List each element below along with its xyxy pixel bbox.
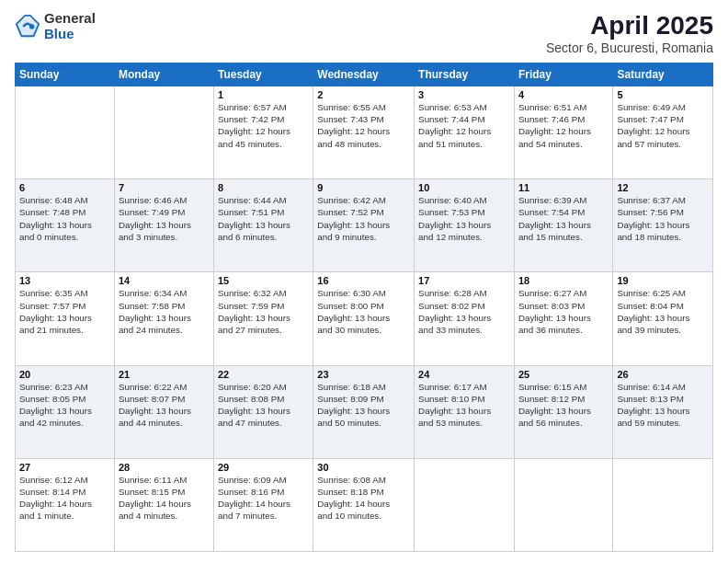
table-row: 3Sunrise: 6:53 AM Sunset: 7:44 PM Daylig… bbox=[415, 86, 515, 179]
day-number: 11 bbox=[518, 182, 609, 193]
table-row: 25Sunrise: 6:15 AM Sunset: 8:12 PM Dayli… bbox=[514, 365, 612, 458]
day-number: 14 bbox=[119, 275, 210, 286]
day-detail: Sunrise: 6:30 AM Sunset: 8:00 PM Dayligh… bbox=[317, 287, 410, 336]
table-row: 18Sunrise: 6:27 AM Sunset: 8:03 PM Dayli… bbox=[514, 272, 612, 365]
table-row: 6Sunrise: 6:48 AM Sunset: 7:48 PM Daylig… bbox=[16, 179, 115, 272]
table-row: 11Sunrise: 6:39 AM Sunset: 7:54 PM Dayli… bbox=[514, 179, 612, 272]
day-detail: Sunrise: 6:44 AM Sunset: 7:51 PM Dayligh… bbox=[218, 194, 309, 243]
header: General Blue April 2025 Sector 6, Bucure… bbox=[15, 11, 713, 55]
day-number: 30 bbox=[317, 462, 410, 473]
table-row: 15Sunrise: 6:32 AM Sunset: 7:59 PM Dayli… bbox=[213, 272, 313, 365]
day-detail: Sunrise: 6:34 AM Sunset: 7:58 PM Dayligh… bbox=[119, 287, 210, 336]
table-row: 27Sunrise: 6:12 AM Sunset: 8:14 PM Dayli… bbox=[16, 458, 115, 551]
day-detail: Sunrise: 6:18 AM Sunset: 8:09 PM Dayligh… bbox=[317, 381, 410, 430]
day-number: 29 bbox=[218, 462, 309, 473]
table-row: 19Sunrise: 6:25 AM Sunset: 8:04 PM Dayli… bbox=[613, 272, 713, 365]
day-number: 21 bbox=[119, 369, 210, 380]
day-number: 20 bbox=[19, 369, 110, 380]
calendar-subtitle: Sector 6, Bucuresti, Romania bbox=[546, 40, 713, 55]
day-detail: Sunrise: 6:55 AM Sunset: 7:43 PM Dayligh… bbox=[317, 101, 410, 150]
table-row: 28Sunrise: 6:11 AM Sunset: 8:15 PM Dayli… bbox=[114, 458, 213, 551]
table-row: 20Sunrise: 6:23 AM Sunset: 8:05 PM Dayli… bbox=[16, 365, 115, 458]
table-row: 29Sunrise: 6:09 AM Sunset: 8:16 PM Dayli… bbox=[213, 458, 313, 551]
day-detail: Sunrise: 6:25 AM Sunset: 8:04 PM Dayligh… bbox=[617, 287, 709, 336]
day-number: 6 bbox=[19, 182, 110, 193]
day-detail: Sunrise: 6:08 AM Sunset: 8:18 PM Dayligh… bbox=[317, 474, 410, 523]
table-row: 9Sunrise: 6:42 AM Sunset: 7:52 PM Daylig… bbox=[313, 179, 415, 272]
logo-blue: Blue bbox=[44, 27, 96, 42]
day-detail: Sunrise: 6:48 AM Sunset: 7:48 PM Dayligh… bbox=[19, 194, 110, 243]
table-row bbox=[415, 458, 515, 551]
calendar-title: April 2025 bbox=[546, 11, 713, 40]
day-number: 12 bbox=[617, 182, 709, 193]
day-detail: Sunrise: 6:39 AM Sunset: 7:54 PM Dayligh… bbox=[518, 194, 609, 243]
day-number: 4 bbox=[518, 89, 609, 100]
day-number: 27 bbox=[19, 462, 110, 473]
day-detail: Sunrise: 6:23 AM Sunset: 8:05 PM Dayligh… bbox=[19, 381, 110, 430]
header-monday: Monday bbox=[114, 63, 213, 86]
table-row: 8Sunrise: 6:44 AM Sunset: 7:51 PM Daylig… bbox=[213, 179, 313, 272]
day-detail: Sunrise: 6:28 AM Sunset: 8:02 PM Dayligh… bbox=[418, 287, 510, 336]
header-friday: Friday bbox=[514, 63, 612, 86]
day-number: 1 bbox=[218, 89, 309, 100]
logo-icon bbox=[15, 14, 40, 40]
day-number: 22 bbox=[218, 369, 309, 380]
table-row: 13Sunrise: 6:35 AM Sunset: 7:57 PM Dayli… bbox=[16, 272, 115, 365]
day-detail: Sunrise: 6:12 AM Sunset: 8:14 PM Dayligh… bbox=[19, 474, 110, 523]
day-number: 17 bbox=[418, 275, 510, 286]
day-detail: Sunrise: 6:32 AM Sunset: 7:59 PM Dayligh… bbox=[218, 287, 309, 336]
day-detail: Sunrise: 6:42 AM Sunset: 7:52 PM Dayligh… bbox=[317, 194, 410, 243]
day-number: 13 bbox=[19, 275, 110, 286]
day-detail: Sunrise: 6:14 AM Sunset: 8:13 PM Dayligh… bbox=[617, 381, 709, 430]
day-number: 25 bbox=[518, 369, 609, 380]
table-row: 30Sunrise: 6:08 AM Sunset: 8:18 PM Dayli… bbox=[313, 458, 415, 551]
logo-text: General Blue bbox=[44, 11, 96, 41]
table-row: 4Sunrise: 6:51 AM Sunset: 7:46 PM Daylig… bbox=[514, 86, 612, 179]
day-detail: Sunrise: 6:53 AM Sunset: 7:44 PM Dayligh… bbox=[418, 101, 510, 150]
table-row: 24Sunrise: 6:17 AM Sunset: 8:10 PM Dayli… bbox=[415, 365, 515, 458]
day-number: 26 bbox=[617, 369, 709, 380]
day-number: 10 bbox=[418, 182, 510, 193]
day-detail: Sunrise: 6:35 AM Sunset: 7:57 PM Dayligh… bbox=[19, 287, 110, 336]
day-number: 16 bbox=[317, 275, 410, 286]
table-row: 14Sunrise: 6:34 AM Sunset: 7:58 PM Dayli… bbox=[114, 272, 213, 365]
calendar-header-row: Sunday Monday Tuesday Wednesday Thursday… bbox=[16, 63, 713, 86]
day-detail: Sunrise: 6:22 AM Sunset: 8:07 PM Dayligh… bbox=[119, 381, 210, 430]
header-sunday: Sunday bbox=[16, 63, 115, 86]
day-number: 28 bbox=[119, 462, 210, 473]
day-detail: Sunrise: 6:20 AM Sunset: 8:08 PM Dayligh… bbox=[218, 381, 309, 430]
calendar-week-row: 6Sunrise: 6:48 AM Sunset: 7:48 PM Daylig… bbox=[16, 179, 713, 272]
day-detail: Sunrise: 6:46 AM Sunset: 7:49 PM Dayligh… bbox=[119, 194, 210, 243]
day-number: 3 bbox=[418, 89, 510, 100]
day-number: 18 bbox=[518, 275, 609, 286]
day-detail: Sunrise: 6:11 AM Sunset: 8:15 PM Dayligh… bbox=[119, 474, 210, 523]
day-detail: Sunrise: 6:49 AM Sunset: 7:47 PM Dayligh… bbox=[617, 101, 709, 150]
title-block: April 2025 Sector 6, Bucuresti, Romania bbox=[546, 11, 713, 55]
table-row bbox=[114, 86, 213, 179]
table-row bbox=[514, 458, 612, 551]
header-tuesday: Tuesday bbox=[213, 63, 313, 86]
day-number: 15 bbox=[218, 275, 309, 286]
day-detail: Sunrise: 6:17 AM Sunset: 8:10 PM Dayligh… bbox=[418, 381, 510, 430]
table-row: 23Sunrise: 6:18 AM Sunset: 8:09 PM Dayli… bbox=[313, 365, 415, 458]
day-detail: Sunrise: 6:37 AM Sunset: 7:56 PM Dayligh… bbox=[617, 194, 709, 243]
day-number: 9 bbox=[317, 182, 410, 193]
calendar-week-row: 27Sunrise: 6:12 AM Sunset: 8:14 PM Dayli… bbox=[16, 458, 713, 551]
table-row bbox=[613, 458, 713, 551]
day-number: 23 bbox=[317, 369, 410, 380]
day-detail: Sunrise: 6:09 AM Sunset: 8:16 PM Dayligh… bbox=[218, 474, 309, 523]
table-row: 22Sunrise: 6:20 AM Sunset: 8:08 PM Dayli… bbox=[213, 365, 313, 458]
table-row: 17Sunrise: 6:28 AM Sunset: 8:02 PM Dayli… bbox=[415, 272, 515, 365]
table-row: 12Sunrise: 6:37 AM Sunset: 7:56 PM Dayli… bbox=[613, 179, 713, 272]
table-row: 10Sunrise: 6:40 AM Sunset: 7:53 PM Dayli… bbox=[415, 179, 515, 272]
day-detail: Sunrise: 6:40 AM Sunset: 7:53 PM Dayligh… bbox=[418, 194, 510, 243]
day-detail: Sunrise: 6:15 AM Sunset: 8:12 PM Dayligh… bbox=[518, 381, 609, 430]
svg-point-2 bbox=[29, 24, 35, 29]
calendar-table: Sunday Monday Tuesday Wednesday Thursday… bbox=[15, 63, 713, 552]
table-row bbox=[16, 86, 115, 179]
header-wednesday: Wednesday bbox=[313, 63, 415, 86]
calendar-week-row: 13Sunrise: 6:35 AM Sunset: 7:57 PM Dayli… bbox=[16, 272, 713, 365]
logo-general: General bbox=[44, 11, 96, 27]
table-row: 5Sunrise: 6:49 AM Sunset: 7:47 PM Daylig… bbox=[613, 86, 713, 179]
day-number: 7 bbox=[119, 182, 210, 193]
